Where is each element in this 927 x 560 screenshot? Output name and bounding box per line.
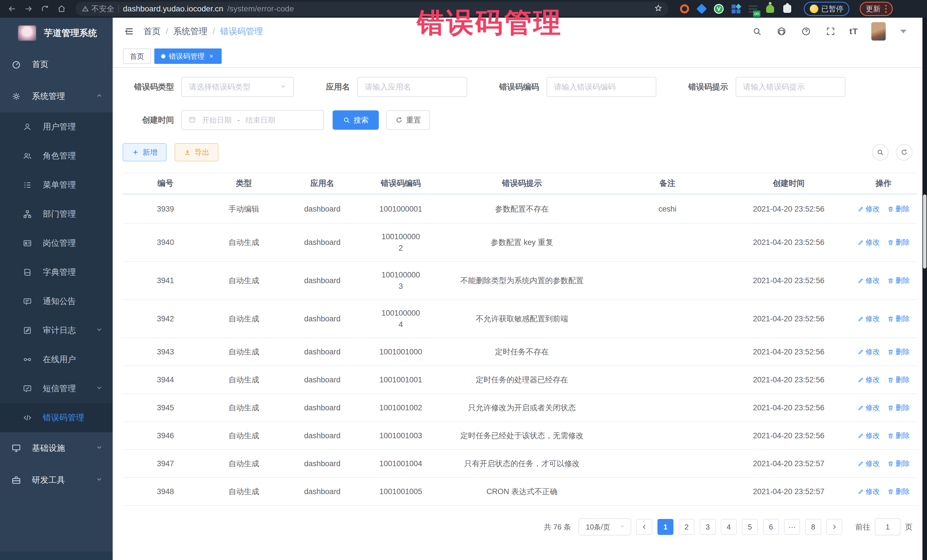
cell-app: dashboard [280,200,365,218]
date-range-picker[interactable]: 开始日期 - 结束日期 [181,110,324,130]
refresh-table-button[interactable] [896,144,912,161]
breadcrumb-separator: / [166,27,168,36]
error-code-input[interactable] [547,77,656,97]
cell-time: 2021-04-20 23:52:56 [727,200,850,218]
sidebar-item-dictionary[interactable]: 字典管理 [0,258,112,287]
delete-link[interactable]: 删除 [887,346,910,357]
window-scrollbar[interactable] [922,18,927,560]
edit-icon [857,278,864,284]
github-icon[interactable] [776,26,787,37]
help-icon[interactable] [800,26,812,37]
add-button[interactable]: 新增 [123,143,167,161]
show-search-button[interactable] [872,144,889,161]
delete-link[interactable]: 删除 [887,402,910,413]
sidebar-item-roles[interactable]: 角色管理 [0,141,112,170]
edit-link[interactable]: 修改 [857,458,880,469]
app-name-input[interactable] [357,77,467,97]
edit-link[interactable]: 修改 [857,374,880,385]
page-button-2[interactable]: 2 [679,519,694,535]
page-button-3[interactable]: 3 [700,519,716,535]
sidebar-item-posts[interactable]: 岗位管理 [0,229,112,258]
sidebar-logo[interactable]: 芋道管理系统 [0,18,112,49]
delete-link[interactable]: 删除 [887,203,910,214]
page-button-8[interactable]: 8 [805,519,821,535]
goto-page-input[interactable] [875,518,900,536]
edit-link[interactable]: 修改 [857,275,880,286]
page-button-1[interactable]: 1 [658,519,673,535]
bookmark-star-icon[interactable] [654,4,662,14]
page-button-4[interactable]: 4 [721,519,737,535]
browser-reload-icon[interactable] [38,2,52,16]
search-icon[interactable] [751,26,763,37]
sidebar-item-menus[interactable]: 菜单管理 [0,170,112,200]
delete-link[interactable]: 删除 [887,313,910,324]
search-button[interactable]: 搜索 [333,110,379,130]
delete-link[interactable]: 删除 [887,430,910,441]
avatar-caret-icon[interactable] [900,30,906,33]
breadcrumb-section[interactable]: 系统管理 [173,26,207,37]
export-button[interactable]: 导出 [175,143,219,161]
extension-vue-icon[interactable]: V [713,3,725,15]
sidebar-item-audit-log[interactable]: 审计日志 [0,316,112,345]
breadcrumb-home[interactable]: 首页 [143,26,161,37]
delete-link[interactable]: 删除 [887,374,910,385]
fullscreen-icon[interactable] [825,26,836,37]
sidebar-item-departments[interactable]: 部门管理 [0,200,112,229]
sidebar-item-home[interactable]: 首页 [0,49,112,80]
edit-link[interactable]: 修改 [857,203,880,214]
sidebar-item-sms[interactable]: 短信管理 [0,374,112,403]
sidebar-item-system[interactable]: 系统管理 [0,80,112,112]
browser-menu-icon[interactable] [885,5,887,13]
page-size-select[interactable]: 10条/页 [579,518,631,536]
sidebar-item-label: 字典管理 [43,267,76,278]
extension-key-icon[interactable] [764,3,776,15]
extension-orange-icon[interactable] [679,3,690,15]
page-button-5[interactable]: 5 [742,519,758,535]
close-icon[interactable] [208,53,215,59]
sidebar-item-users[interactable]: 用户管理 [0,112,112,141]
browser-forward-icon[interactable] [22,2,35,16]
next-page-button[interactable] [826,519,842,535]
dictionary-book-icon [23,268,32,277]
edit-link[interactable]: 修改 [857,402,880,413]
prev-page-button[interactable] [636,519,652,535]
browser-update-button[interactable]: 更新 [860,2,893,16]
font-size-icon[interactable]: tT [849,27,858,36]
hamburger-icon[interactable] [123,25,135,38]
sidebar-item-online-users[interactable]: 在线用户 [0,345,112,374]
browser-home-icon[interactable] [55,2,68,16]
cell-memo [608,240,727,245]
extension-grid-icon[interactable] [730,3,742,15]
error-type-select[interactable]: 请选择错误码类型 [181,77,294,97]
delete-link[interactable]: 删除 [887,458,910,469]
edit-link[interactable]: 修改 [857,430,880,441]
edit-link[interactable]: 修改 [857,237,880,248]
not-secure-warning[interactable]: 不安全 [82,4,114,14]
profile-paused-pill[interactable]: 已暂停 [804,2,849,16]
edit-link[interactable]: 修改 [857,486,880,497]
error-msg-input[interactable] [736,77,845,97]
pagination: 共 76 条 10条/页 1 2 3 4 5 6 ··· 8 前往 页 [123,518,912,536]
extensions-puzzle-icon[interactable] [781,3,793,15]
scrollbar-thumb[interactable] [923,194,926,269]
table-row: 3941 自动生成 dashboard 1001000003 不能删除类型为系统… [123,262,917,300]
delete-link[interactable]: 删除 [887,486,910,497]
address-bar[interactable]: 不安全 dashboard.yudao.iocoder.cn /system/e… [75,2,669,16]
extension-list-on-icon[interactable]: on [747,3,759,15]
edit-link[interactable]: 修改 [857,313,880,324]
sidebar-item-dev-tools[interactable]: 研发工具 [0,464,112,496]
sidebar-item-error-code[interactable]: 错误码管理 [0,403,112,432]
page-ellipsis-button[interactable]: ··· [784,519,800,535]
page-button-6[interactable]: 6 [763,519,779,535]
extension-gem-icon[interactable] [696,3,707,15]
delete-link[interactable]: 删除 [887,275,910,286]
user-avatar[interactable] [871,22,886,41]
sidebar-item-infrastructure[interactable]: 基础设施 [0,432,112,464]
edit-link[interactable]: 修改 [857,346,880,357]
reset-button[interactable]: 重置 [386,110,430,130]
sidebar-item-notices[interactable]: 通知公告 [0,287,112,316]
delete-link[interactable]: 删除 [887,237,910,248]
tab-home[interactable]: 首页 [123,49,151,64]
browser-back-icon[interactable] [5,2,19,16]
tab-error-code[interactable]: 错误码管理 [154,49,222,64]
